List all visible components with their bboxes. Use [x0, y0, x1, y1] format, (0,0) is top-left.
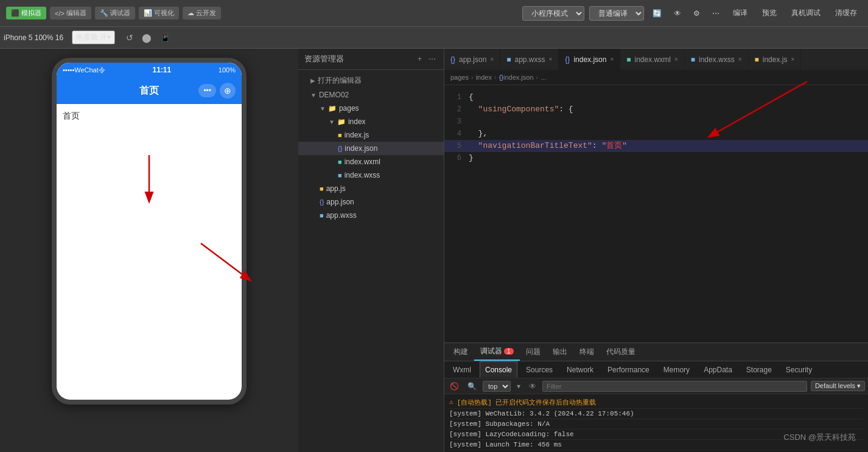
left-panel: •••••WeChat令 11:11 100% 首页 ••• ⊕ 首页 — [0, 49, 298, 452]
tab-index-js[interactable]: ■ index.js × — [749, 49, 802, 70]
debugger-badge: 1 — [504, 348, 514, 355]
default-levels-dropdown[interactable]: Default levels ▾ — [811, 381, 865, 391]
file-tree: ▶ 打开的编辑器 ▼ DEMO02 ▼ 📁 pages ▼ 📁 index — [298, 70, 444, 452]
log-text-5: [system] Launch Time: 456 ms — [449, 441, 562, 448]
file-app-js[interactable]: ■ app.js — [298, 182, 444, 195]
editor-icon: </> — [55, 10, 65, 17]
index-wxml-close[interactable]: × — [674, 56, 678, 63]
stop-icon[interactable]: ⬤ — [139, 32, 154, 44]
tab-app-wxss[interactable]: ■ app.wxss × — [500, 49, 559, 70]
debug-tab-issues[interactable]: 问题 — [520, 343, 547, 361]
debug-tab-output[interactable]: 输出 — [547, 343, 573, 361]
code-line-3: 3 — [444, 116, 868, 128]
project-root[interactable]: ▼ DEMO02 — [298, 88, 444, 102]
tab-index-json[interactable]: {} index.json × — [559, 49, 620, 70]
top-toolbar: ⬛ 模拟器 </> 编辑器 🔧 调试器 📊 可视化 ☁ 云开发 小程序模式 普通… — [0, 0, 868, 27]
index-folder[interactable]: ▼ 📁 index — [298, 115, 444, 128]
console-tab-console[interactable]: Console — [480, 361, 517, 378]
index-json-close[interactable]: × — [610, 56, 614, 63]
more-btn[interactable]: ⋯ — [709, 8, 723, 19]
wxml-icon: ■ — [338, 158, 342, 165]
new-folder-btn[interactable]: ⋯ — [427, 54, 438, 64]
miniprogram-mode-select[interactable]: 小程序模式 — [522, 6, 584, 21]
file-app-json[interactable]: {} app.json — [298, 195, 444, 209]
console-toolbar: 🚫 🔍 top ▾ 👁 Default levels ▾ — [444, 378, 868, 394]
cloud-icon: ☁ — [187, 9, 194, 17]
debug-tab-terminal[interactable]: 终端 — [573, 343, 600, 361]
index-wxss-close[interactable]: × — [738, 56, 742, 63]
code-line-1: 1 { — [444, 91, 868, 103]
console-tab-sources[interactable]: Sources — [520, 361, 558, 378]
tab-index-wxss[interactable]: ■ index.wxss × — [685, 49, 749, 70]
csdn-watermark: CSDN @景天科技苑 — [783, 432, 856, 443]
file-index-wxml[interactable]: ■ index.wxml — [298, 155, 444, 169]
back-icon[interactable]: ↺ — [124, 32, 136, 44]
settings-icon-btn[interactable]: ⚙ — [690, 8, 704, 19]
code-line-4: 4 }, — [444, 128, 868, 140]
sep2: › — [494, 74, 497, 81]
app-json-tab-icon: {} — [450, 55, 455, 64]
circle-button[interactable]: ⊕ — [220, 83, 236, 99]
console-tab-security[interactable]: Security — [780, 361, 817, 378]
second-toolbar: iPhone 5 100% 16 热重载 开▾ ↺ ⬤ 📱 — [0, 27, 868, 49]
phone-carrier: •••••WeChat令 — [63, 66, 105, 75]
file-app-wxss[interactable]: ■ app.wxss — [298, 209, 444, 222]
compile-mode-select[interactable]: 普通编译 — [589, 6, 644, 21]
device-info: iPhone 5 100% 16 — [4, 33, 63, 42]
cloud-btn[interactable]: ☁ 云开发 — [183, 7, 221, 19]
refresh-btn[interactable]: 🔄 — [649, 8, 665, 19]
toolbar2-icons: ↺ ⬤ 📱 — [124, 32, 173, 44]
clear-console-btn[interactable]: 🚫 — [447, 381, 461, 392]
debug-tab-build[interactable]: 构建 — [447, 343, 474, 361]
console-tab-appdata[interactable]: AppData — [698, 361, 738, 378]
log-line-2: [system] WeChatLib: 3.4.2 (2024.4.22 17:… — [449, 409, 863, 419]
real-debug-label: 真机调试 — [791, 8, 821, 18]
phone-icon[interactable]: 📱 — [158, 32, 173, 44]
js-icon: ■ — [338, 131, 342, 139]
console-tab-network[interactable]: Network — [561, 361, 599, 378]
tab-app-json[interactable]: {} app.json × — [444, 49, 500, 70]
new-file-btn[interactable]: + — [416, 54, 424, 64]
filter-input[interactable] — [542, 381, 807, 392]
log-text-2: [system] WeChatLib: 3.4.2 (2024.4.22 17:… — [449, 410, 634, 417]
visualize-icon: 📊 — [144, 9, 152, 17]
visualize-btn[interactable]: 📊 可视化 — [139, 7, 179, 19]
sep1: › — [471, 74, 474, 81]
dots-button[interactable]: ••• — [198, 84, 216, 97]
preview-icon-btn[interactable]: 👁 — [670, 8, 685, 19]
index-js-close[interactable]: × — [791, 56, 794, 63]
right-panel: {} app.json × ■ app.wxss × {} index.json… — [444, 49, 868, 452]
hot-reload-btn[interactable]: 热重载 开▾ — [72, 30, 115, 44]
phone-battery: 100% — [219, 66, 236, 74]
pages-folder[interactable]: ▼ 📁 pages — [298, 102, 444, 115]
editor-btn[interactable]: </> 编辑器 — [50, 7, 91, 19]
console-tab-performance[interactable]: Performance — [602, 361, 655, 378]
open-editors-section[interactable]: ▶ 打开的编辑器 — [298, 73, 444, 88]
dropdown-arrow-icon[interactable]: ▾ — [514, 381, 523, 392]
code-line-6: 6 } — [444, 152, 868, 164]
app-js-icon: ■ — [320, 185, 324, 192]
app-json-close[interactable]: × — [490, 56, 494, 63]
debug-tab-debugger[interactable]: 调试器 1 — [474, 343, 520, 361]
file-index-json[interactable]: {} index.json — [298, 142, 444, 155]
tab-index-wxml[interactable]: ■ index.wxml × — [620, 49, 684, 70]
debug-tab-code-quality[interactable]: 代码质量 — [600, 343, 642, 361]
context-select[interactable]: top — [483, 381, 511, 392]
app-wxss-close[interactable]: × — [549, 56, 553, 63]
console-tab-memory[interactable]: Memory — [658, 361, 695, 378]
log-line-3: [system] Subpackages: N/A — [449, 419, 863, 429]
folder-icon: 📁 — [328, 105, 337, 113]
debug-tabs: 构建 调试器 1 问题 输出 终端 代码质量 — [444, 343, 868, 361]
console-tab-storage[interactable]: Storage — [741, 361, 777, 378]
eye-icon[interactable]: 👁 — [527, 381, 539, 392]
console-tab-wxml[interactable]: Wxml — [447, 361, 477, 378]
index-wxss-tab-icon: ■ — [691, 55, 695, 64]
console-tabs: Wxml Console Sources Network Performance… — [444, 361, 868, 378]
simulator-btn[interactable]: ⬛ 模拟器 — [6, 7, 46, 19]
index-js-tab-icon: ■ — [755, 55, 759, 64]
phone-frame: •••••WeChat令 11:11 100% 首页 ••• ⊕ 首页 — [52, 58, 247, 405]
phone-status-bar: •••••WeChat令 11:11 100% — [57, 63, 242, 77]
debugger-btn[interactable]: 🔧 调试器 — [95, 7, 135, 19]
file-index-wxss[interactable]: ■ index.wxss — [298, 169, 444, 182]
file-index-js[interactable]: ■ index.js — [298, 128, 444, 142]
